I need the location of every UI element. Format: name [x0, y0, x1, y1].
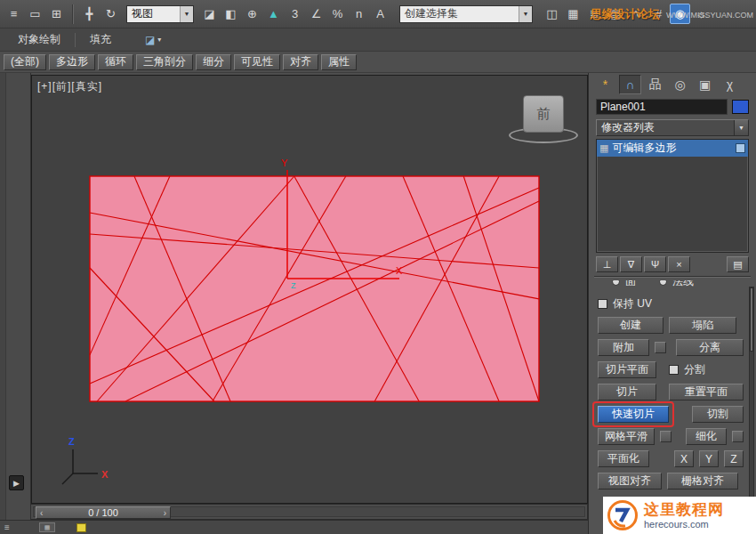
prev-frame-button[interactable]: ‹	[40, 508, 43, 518]
tab-subdivide[interactable]: 细分	[196, 54, 231, 70]
viewcube[interactable]: 前	[523, 95, 564, 133]
constraint-normal-radio[interactable]	[659, 280, 667, 286]
object-color-swatch[interactable]	[732, 100, 749, 114]
msmooth-settings-button[interactable]	[660, 431, 672, 442]
tab-properties[interactable]: 属性	[321, 54, 357, 70]
tab-all[interactable]: (全部)	[4, 54, 46, 70]
align-icon[interactable]: ▦	[563, 4, 583, 24]
percent-snap-icon[interactable]: %	[327, 4, 348, 24]
use-center-icon[interactable]: ◧	[221, 4, 241, 24]
hierarchy-tab-icon[interactable]: 品	[644, 75, 666, 94]
utilities-tab-icon[interactable]: χ	[719, 75, 741, 94]
planar-x-button[interactable]: X	[674, 450, 694, 467]
gizmo-z-label: Z	[291, 281, 296, 290]
split-label: 分割	[684, 362, 705, 377]
edit-named-selection-icon[interactable]: A	[370, 4, 390, 24]
tessellate-button[interactable]: 细化	[686, 428, 727, 445]
planar-z-button[interactable]: Z	[724, 450, 744, 467]
tab-loop[interactable]: 循环	[98, 54, 133, 70]
time-slider-handle[interactable]: ‹ 0 / 100 ›	[36, 506, 171, 519]
view-dropdown[interactable]: 视图 ▼	[126, 5, 194, 23]
rollout-scrollbar-thumb[interactable]	[750, 287, 753, 352]
show-end-result-icon[interactable]: ∇	[620, 256, 642, 272]
selection-set-dropdown[interactable]: 创建选择集 ▼	[399, 5, 533, 23]
constraint-face-radio[interactable]	[612, 280, 620, 286]
paint-options-dropdown[interactable]: ◪ ▾	[145, 34, 161, 46]
select-move-icon[interactable]: ╋	[79, 4, 100, 24]
rotate-icon[interactable]: ↻	[101, 4, 121, 24]
chevron-down-icon[interactable]: ▼	[519, 6, 532, 22]
modifier-list-dropdown[interactable]: 修改器列表 ▼	[596, 119, 749, 136]
modifier-stack-item[interactable]: ▦ 可编辑多边形	[597, 140, 748, 157]
reset-plane-button[interactable]: 重置平面	[669, 384, 744, 400]
split-checkbox[interactable]	[669, 365, 679, 375]
slice-button[interactable]: 切片	[598, 384, 656, 400]
modifier-icon: ▦	[599, 142, 608, 154]
scene-menu-icon[interactable]: ≡	[4, 4, 24, 24]
angle-snap-icon[interactable]: ∠	[306, 4, 326, 24]
keep-uv-checkbox[interactable]	[598, 299, 607, 309]
display-tab-icon[interactable]: ▣	[694, 75, 716, 94]
make-unique-icon[interactable]: Ψ	[644, 256, 666, 272]
keep-uv-label: 保持 UV	[613, 296, 652, 312]
schematic-view-icon[interactable]: #	[648, 4, 669, 24]
chevron-down-icon[interactable]: ▼	[180, 6, 193, 22]
modify-tab-icon[interactable]: ∩	[619, 75, 641, 94]
view-align-button[interactable]: 视图对齐	[598, 473, 662, 490]
select-region-icon[interactable]: ▭	[25, 4, 45, 24]
spinner-snap-icon[interactable]: n	[349, 4, 369, 24]
ribbon-tab-object-paint[interactable]: 对象绘制	[11, 28, 68, 51]
snap-toggle-icon[interactable]: 3	[285, 4, 305, 24]
grid-align-button[interactable]: 栅格对齐	[667, 473, 738, 490]
create-button[interactable]: 创建	[598, 317, 664, 334]
remove-modifier-icon[interactable]: ×	[668, 256, 690, 272]
curve-editor-icon[interactable]: ∿	[627, 4, 647, 24]
tab-triangulation[interactable]: 三角剖分	[136, 54, 193, 70]
viewport-nav-expand-button[interactable]: ▶	[9, 475, 24, 490]
modifier-stack[interactable]: ▦ 可编辑多边形	[596, 139, 749, 253]
ribbon-toggle-icon[interactable]: ▤	[606, 4, 626, 24]
paint-select-region-icon[interactable]: ⊞	[46, 4, 67, 24]
layer-color-swatch-icon[interactable]: ◪	[199, 4, 220, 24]
next-frame-button[interactable]: ›	[164, 508, 166, 518]
tab-align[interactable]: 对齐	[283, 54, 318, 70]
attach-list-button[interactable]	[655, 342, 666, 353]
attach-button[interactable]: 附加	[598, 339, 649, 356]
track-key[interactable]	[76, 523, 86, 532]
cut-button[interactable]: 切割	[692, 406, 744, 423]
trackbar-filter-icon[interactable]: ▦	[39, 522, 55, 532]
detach-button[interactable]: 分离	[676, 339, 744, 356]
render-setup-icon[interactable]: ☼	[691, 4, 712, 24]
tessellate-settings-button[interactable]	[732, 431, 744, 442]
object-name-field[interactable]: Plane001	[596, 99, 728, 115]
plane-object[interactable]	[90, 176, 539, 401]
motion-tab-icon[interactable]: ◎	[669, 75, 691, 94]
toolbar-group-snaps: ◪◧⊕▲3∠%nA	[199, 4, 390, 24]
create-tab-icon[interactable]: *	[594, 75, 616, 94]
viewport-canvas[interactable]: Y X Z Z X	[32, 76, 588, 504]
tab-polygon[interactable]: 多边形	[49, 54, 95, 70]
main-toolbar: ≡▭⊞ ╋↻ 视图 ▼ ◪◧⊕▲3∠%nA 创建选择集 ▼ ◫▦≣▤∿#◉☼	[0, 0, 756, 28]
layer-manager-icon[interactable]: ≣	[584, 4, 605, 24]
planar-y-button[interactable]: Y	[699, 450, 719, 467]
quickslice-button[interactable]: 快速切片	[598, 406, 669, 423]
rollout-scrollbar[interactable]	[749, 287, 754, 532]
select-manipulate-icon[interactable]: ⊕	[242, 4, 262, 24]
polygon-modeling-bar: (全部)多边形循环三角剖分细分可见性对齐属性	[0, 52, 756, 73]
mirror-up-icon[interactable]: ▲	[263, 4, 284, 24]
viewport-label[interactable]: [+][前][真实]	[37, 79, 102, 94]
configure-modifier-sets-icon[interactable]: ▤	[727, 256, 749, 272]
front-viewport[interactable]: Y X Z Z X [+][前][真实] 前	[31, 75, 588, 504]
trackbar-menu-icon[interactable]: ≡	[4, 522, 10, 532]
make-planar-button[interactable]: 平面化	[598, 450, 649, 467]
pin-stack-icon[interactable]: ⊥	[596, 256, 618, 272]
mirror-icon[interactable]: ◫	[542, 4, 562, 24]
tab-visibility[interactable]: 可见性	[234, 54, 280, 70]
collapse-button[interactable]: 塌陷	[669, 317, 736, 334]
subobject-level-icon[interactable]	[736, 143, 745, 153]
material-editor-icon[interactable]: ◉	[670, 4, 690, 24]
msmooth-button[interactable]: 网格平滑	[598, 428, 655, 445]
ribbon-tab-populate[interactable]: 填充	[83, 28, 118, 51]
chevron-down-icon[interactable]: ▼	[734, 120, 748, 135]
slice-plane-button[interactable]: 切片平面	[598, 361, 656, 378]
